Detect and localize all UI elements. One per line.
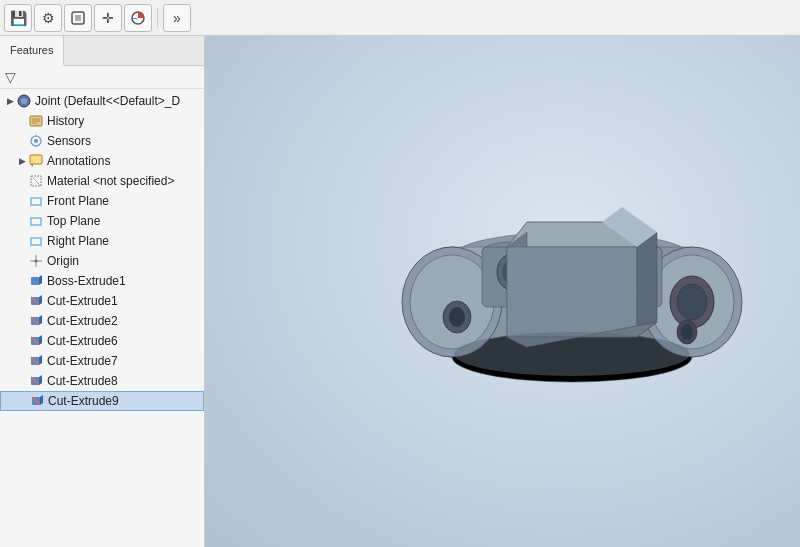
svg-marker-41: [40, 395, 43, 405]
svg-rect-17: [31, 198, 41, 205]
right-plane-label: Right Plane: [47, 234, 109, 248]
boss-extrude1-icon: [28, 273, 44, 289]
expand-arrow-top: [16, 215, 28, 227]
root-icon: [16, 93, 32, 109]
front-plane-label: Front Plane: [47, 194, 109, 208]
svg-rect-13: [30, 155, 42, 164]
cut-extrude7-icon: [28, 353, 44, 369]
tree-item-history[interactable]: History: [0, 111, 204, 131]
expand-arrow-boss: [16, 275, 28, 287]
tree-item-right-plane[interactable]: Right Plane: [0, 231, 204, 251]
expand-arrow-front: [16, 195, 28, 207]
annotations-label: Annotations: [47, 154, 110, 168]
options-button[interactable]: ⚙: [34, 4, 62, 32]
tree-item-top-plane[interactable]: Top Plane: [0, 211, 204, 231]
cut-extrude8-icon: [28, 373, 44, 389]
sensors-icon: [28, 133, 44, 149]
main-toolbar: 💾 ⚙ ✛ »: [0, 0, 800, 36]
appearance-button[interactable]: [124, 4, 152, 32]
sensors-label: Sensors: [47, 134, 91, 148]
svg-marker-60: [637, 232, 657, 337]
cut-extrude9-label: Cut-Extrude9: [48, 394, 119, 408]
tree-item-cut-extrude9[interactable]: Cut-Extrude9: [0, 391, 204, 411]
svg-point-10: [34, 139, 38, 143]
svg-point-22: [35, 260, 38, 263]
tree-item-origin[interactable]: Origin: [0, 251, 204, 271]
svg-rect-18: [31, 218, 41, 225]
3d-model-joint: [272, 102, 792, 482]
filter-icon: ▽: [5, 69, 16, 85]
cut-extrude6-label: Cut-Extrude6: [47, 334, 118, 348]
tree-item-material[interactable]: Material <not specified>: [0, 171, 204, 191]
cut-extrude8-label: Cut-Extrude8: [47, 374, 118, 388]
annotations-icon: [28, 153, 44, 169]
front-plane-icon: [28, 193, 44, 209]
top-plane-icon: [28, 213, 44, 229]
boss-extrude1-label: Boss-Extrude1: [47, 274, 126, 288]
tree-item-cut-extrude1[interactable]: Cut-Extrude1: [0, 291, 204, 311]
cut-extrude9-icon: [29, 393, 45, 409]
cut-extrude1-icon: [28, 293, 44, 309]
rebuild-button[interactable]: [64, 4, 92, 32]
tree-item-cut-extrude7[interactable]: Cut-Extrude7: [0, 351, 204, 371]
snap-button[interactable]: ✛: [94, 4, 122, 32]
material-icon: [28, 173, 44, 189]
expand-arrow-history: [16, 115, 28, 127]
left-panel: Features ▽ ▶ Joint (Default<<Default>_D: [0, 36, 205, 547]
expand-arrow-root: ▶: [4, 95, 16, 107]
expand-arrow-ce7: [16, 355, 28, 367]
top-plane-label: Top Plane: [47, 214, 100, 228]
3d-viewport[interactable]: [205, 36, 800, 547]
toolbar-separator: [157, 8, 158, 28]
svg-rect-1: [75, 15, 81, 21]
expand-arrow-ce8: [16, 375, 28, 387]
feature-tree: ▶ Joint (Default<<Default>_D: [0, 89, 204, 547]
cut-extrude2-icon: [28, 313, 44, 329]
expand-arrow-ce9: [17, 395, 29, 407]
expand-arrow-right: [16, 235, 28, 247]
tree-root[interactable]: ▶ Joint (Default<<Default>_D: [0, 91, 204, 111]
tree-item-cut-extrude6[interactable]: Cut-Extrude6: [0, 331, 204, 351]
cut-extrude2-label: Cut-Extrude2: [47, 314, 118, 328]
history-label: History: [47, 114, 84, 128]
cut-extrude6-icon: [28, 333, 44, 349]
material-label: Material <not specified>: [47, 174, 174, 188]
expand-arrow-annotations: ▶: [16, 155, 28, 167]
save-button[interactable]: 💾: [4, 4, 32, 32]
origin-label: Origin: [47, 254, 79, 268]
svg-marker-26: [39, 295, 42, 305]
expand-arrow-ce6: [16, 335, 28, 347]
panel-tabs: Features: [0, 36, 204, 66]
expand-arrow-ce2: [16, 315, 28, 327]
svg-point-65: [681, 324, 693, 340]
tab-features[interactable]: Features: [0, 36, 64, 66]
svg-marker-24: [39, 275, 42, 285]
cut-extrude7-label: Cut-Extrude7: [47, 354, 118, 368]
expand-arrow-material: [16, 175, 28, 187]
right-plane-icon: [28, 233, 44, 249]
tree-item-boss-extrude1[interactable]: Boss-Extrude1: [0, 271, 204, 291]
origin-icon: [28, 253, 44, 269]
more-button[interactable]: »: [163, 4, 191, 32]
filter-row: ▽: [0, 66, 204, 89]
svg-point-71: [454, 332, 690, 376]
svg-marker-35: [39, 355, 42, 365]
cut-extrude1-label: Cut-Extrude1: [47, 294, 118, 308]
expand-arrow-ce1: [16, 295, 28, 307]
tree-item-sensors[interactable]: Sensors: [0, 131, 204, 151]
tree-item-cut-extrude8[interactable]: Cut-Extrude8: [0, 371, 204, 391]
svg-point-4: [21, 98, 27, 104]
svg-marker-29: [39, 315, 42, 325]
expand-arrow-origin: [16, 255, 28, 267]
svg-rect-23: [31, 277, 39, 285]
svg-marker-38: [39, 375, 42, 385]
svg-point-63: [677, 284, 707, 320]
svg-marker-14: [30, 164, 33, 167]
tree-item-annotations[interactable]: ▶ Annotations: [0, 151, 204, 171]
tree-item-front-plane[interactable]: Front Plane: [0, 191, 204, 211]
svg-point-67: [449, 307, 465, 327]
root-label: Joint (Default<<Default>_D: [35, 94, 180, 108]
tree-item-cut-extrude2[interactable]: Cut-Extrude2: [0, 311, 204, 331]
svg-marker-32: [39, 335, 42, 345]
main-area: Features ▽ ▶ Joint (Default<<Default>_D: [0, 36, 800, 547]
